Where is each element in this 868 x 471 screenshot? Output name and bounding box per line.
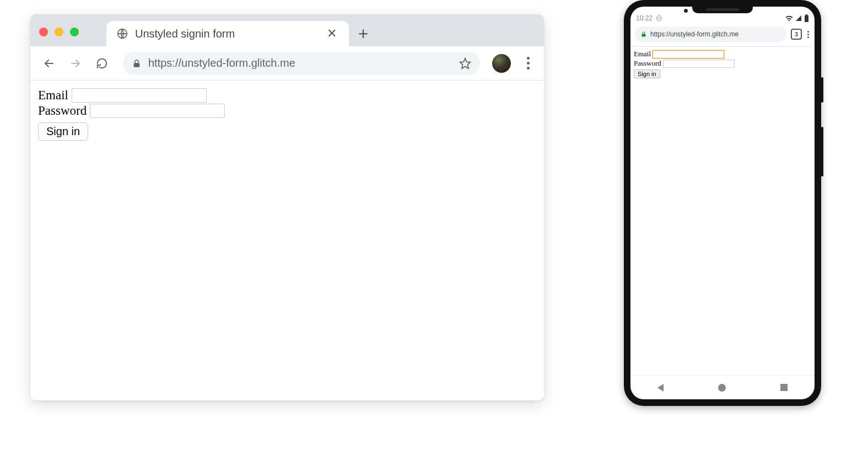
tab-close-button[interactable]: ✕ <box>325 28 339 40</box>
svg-rect-5 <box>806 14 808 15</box>
android-recent-button[interactable] <box>780 384 788 391</box>
url-text: https://unstyled-form.glitch.me <box>148 57 452 69</box>
android-back-button[interactable] <box>657 384 664 392</box>
dnd-icon <box>656 15 662 22</box>
svg-rect-6 <box>642 34 646 37</box>
mobile-url-text: https://unstyled-form.glitch.me <box>650 30 738 38</box>
svg-marker-2 <box>460 58 470 68</box>
mobile-email-input[interactable] <box>653 50 724 58</box>
lock-icon <box>132 58 142 68</box>
browser-tab[interactable]: Unstyled signin form ✕ <box>106 21 349 46</box>
svg-rect-1 <box>134 63 140 67</box>
password-label: Password <box>38 104 87 118</box>
phone-camera <box>684 9 688 13</box>
mobile-menu-button[interactable] <box>806 30 810 39</box>
tab-title: Unstyled signin form <box>135 28 318 40</box>
mobile-signin-button[interactable]: Sign in <box>634 69 660 78</box>
profile-avatar[interactable] <box>492 54 511 73</box>
tab-switcher-button[interactable]: 3 <box>791 29 802 40</box>
window-zoom-button[interactable] <box>70 28 79 36</box>
star-icon[interactable] <box>459 57 471 69</box>
phone-screen: 10:22 ht <box>630 7 815 399</box>
android-nav-bar <box>630 375 815 399</box>
forward-button[interactable] <box>64 52 87 74</box>
window-controls <box>39 28 79 36</box>
new-tab-button[interactable]: ＋ <box>351 21 375 45</box>
tab-count: 3 <box>795 31 798 38</box>
globe-icon <box>116 28 128 40</box>
mobile-password-input[interactable] <box>663 60 735 68</box>
reload-button[interactable] <box>91 52 113 74</box>
lock-icon <box>640 31 647 38</box>
android-home-button[interactable] <box>718 384 726 392</box>
wifi-icon <box>785 15 793 22</box>
svg-rect-4 <box>805 15 808 22</box>
browser-toolbar: https://unstyled-form.glitch.me <box>30 46 544 81</box>
menu-button[interactable] <box>520 57 536 69</box>
tab-strip: Unstyled signin form ✕ ＋ <box>30 14 544 46</box>
phone-side-button <box>821 77 823 103</box>
mobile-page-body: Email Password Sign in <box>630 47 815 375</box>
mobile-email-label: Email <box>634 50 651 58</box>
email-input[interactable] <box>72 88 207 103</box>
phone-speaker <box>692 7 753 13</box>
signal-icon <box>795 15 802 22</box>
status-time: 10:22 <box>636 14 653 22</box>
browser-window: Unstyled signin form ✕ ＋ <box>30 14 544 400</box>
mobile-address-bar[interactable]: https://unstyled-form.glitch.me <box>635 26 786 42</box>
page-body: Email Password Sign in <box>30 81 544 148</box>
window-minimize-button[interactable] <box>55 28 63 36</box>
back-button[interactable] <box>38 52 60 74</box>
mobile-password-label: Password <box>634 59 661 68</box>
mobile-toolbar: https://unstyled-form.glitch.me 3 <box>630 23 815 47</box>
address-bar[interactable]: https://unstyled-form.glitch.me <box>123 52 480 75</box>
signin-button[interactable]: Sign in <box>38 122 88 141</box>
phone-frame: 10:22 ht <box>624 0 821 406</box>
battery-icon <box>804 14 809 22</box>
phone-side-button <box>821 127 823 176</box>
email-label: Email <box>38 88 68 103</box>
password-input[interactable] <box>90 104 225 118</box>
window-close-button[interactable] <box>39 28 48 36</box>
